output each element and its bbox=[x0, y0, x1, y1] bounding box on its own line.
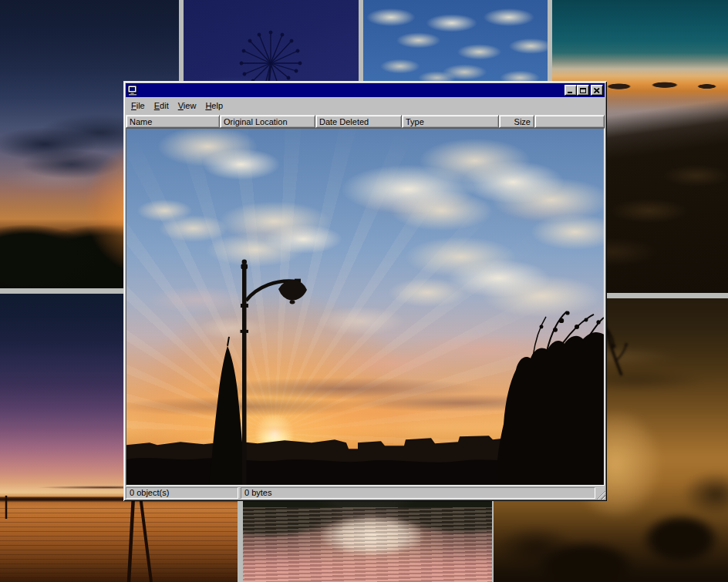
menu-view[interactable]: View bbox=[174, 99, 201, 113]
status-byte-count: 0 bytes bbox=[241, 487, 595, 499]
titlebar[interactable] bbox=[126, 83, 605, 97]
cypress-tree-silhouette bbox=[209, 346, 245, 485]
menu-file[interactable]: File bbox=[126, 99, 150, 113]
right-tree-leaves bbox=[540, 311, 601, 331]
resize-grip[interactable] bbox=[595, 489, 605, 500]
sunset-lamp-photo bbox=[126, 129, 604, 485]
minimize-button[interactable] bbox=[565, 85, 577, 96]
recycle-bin-window: File Edit View Help Name Original Locati… bbox=[123, 81, 607, 501]
window-icon bbox=[127, 85, 138, 96]
status-bar: 0 object(s) 0 bytes bbox=[126, 486, 605, 499]
close-button[interactable] bbox=[591, 85, 603, 96]
minimize-icon bbox=[568, 92, 572, 93]
photo-silhouettes bbox=[126, 129, 604, 485]
column-headers: Name Original Location Date Deleted Type… bbox=[126, 115, 605, 128]
menu-edit[interactable]: Edit bbox=[150, 99, 174, 113]
column-header-type[interactable]: Type bbox=[402, 115, 499, 128]
column-header-original-location[interactable]: Original Location bbox=[220, 115, 315, 128]
menu-help[interactable]: Help bbox=[201, 99, 228, 113]
column-header-size[interactable]: Size bbox=[499, 115, 534, 128]
right-tree-silhouette bbox=[497, 332, 604, 485]
menu-bar: File Edit View Help bbox=[126, 97, 605, 115]
column-header-date-deleted[interactable]: Date Deleted bbox=[315, 115, 402, 128]
column-header-extra[interactable] bbox=[534, 115, 605, 128]
close-icon bbox=[594, 88, 600, 93]
column-header-name[interactable]: Name bbox=[126, 115, 220, 128]
maximize-button[interactable] bbox=[577, 85, 589, 96]
file-list-area[interactable] bbox=[126, 128, 605, 486]
status-object-count: 0 object(s) bbox=[126, 487, 238, 499]
titlebar-buttons bbox=[565, 85, 603, 96]
maximize-icon bbox=[580, 88, 586, 93]
